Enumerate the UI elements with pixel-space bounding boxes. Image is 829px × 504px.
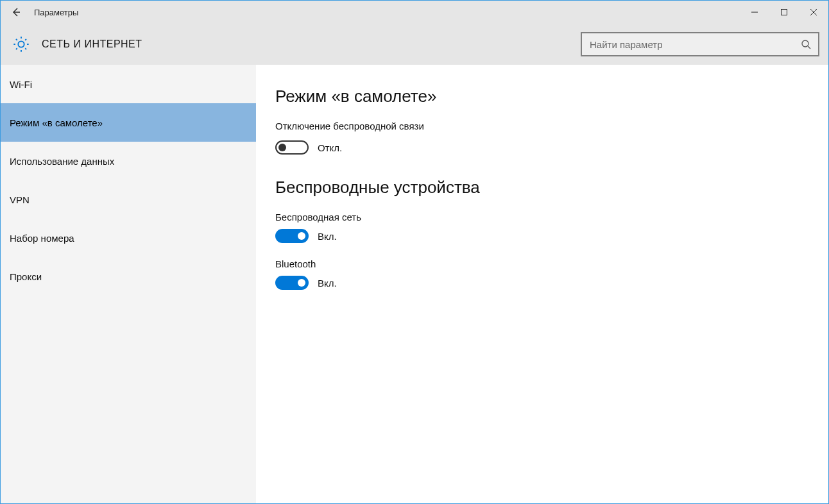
sidebar-item-airplane-mode[interactable]: Режим «в самолете» (1, 103, 256, 142)
airplane-toggle-row: Откл. (275, 140, 828, 155)
gear-icon (12, 35, 30, 53)
device-block-bluetooth: Bluetooth Вкл. (275, 258, 828, 290)
sidebar: Wi-Fi Режим «в самолете» Использование д… (1, 65, 256, 503)
wifi-toggle-row: Вкл. (275, 229, 828, 243)
sidebar-item-label: Набор номера (10, 233, 74, 244)
wifi-toggle[interactable] (275, 229, 309, 243)
section-title-wireless: Беспроводные устройства (275, 178, 828, 197)
sidebar-item-proxy[interactable]: Прокси (1, 257, 256, 296)
bluetooth-toggle-row: Вкл. (275, 276, 828, 290)
search-box[interactable] (581, 32, 819, 56)
sidebar-item-label: Использование данных (10, 156, 114, 167)
toggle-knob (298, 279, 305, 287)
arrow-left-icon (11, 7, 21, 17)
close-icon (810, 8, 817, 16)
wifi-toggle-label: Вкл. (318, 231, 337, 242)
bluetooth-toggle[interactable] (275, 276, 309, 290)
sidebar-item-label: Wi-Fi (10, 79, 32, 90)
minimize-icon (751, 8, 758, 16)
maximize-icon (780, 8, 788, 16)
section-title-airplane: Режим «в самолете» (275, 87, 828, 106)
sidebar-item-dialup[interactable]: Набор номера (1, 219, 256, 257)
svg-rect-1 (782, 10, 787, 15)
airplane-subtitle: Отключение беспроводной связи (275, 121, 828, 131)
sidebar-item-wifi[interactable]: Wi-Fi (1, 65, 256, 103)
sidebar-item-data-usage[interactable]: Использование данных (1, 142, 256, 180)
close-button[interactable] (799, 1, 828, 24)
maximize-button[interactable] (769, 1, 799, 24)
search-icon-wrap (794, 39, 818, 49)
sidebar-item-vpn[interactable]: VPN (1, 180, 256, 219)
device-name-wifi: Беспроводная сеть (275, 212, 828, 223)
header-band: СЕТЬ И ИНТЕРНЕТ (1, 24, 828, 65)
minimize-button[interactable] (740, 1, 769, 24)
sidebar-item-label: VPN (10, 194, 30, 205)
toggle-knob (298, 232, 305, 240)
window-controls (740, 1, 828, 24)
settings-gear-icon[interactable] (12, 35, 30, 53)
content-pane: Режим «в самолете» Отключение беспроводн… (256, 65, 828, 503)
airplane-mode-toggle[interactable] (275, 140, 309, 155)
airplane-toggle-label: Откл. (318, 142, 342, 153)
sidebar-item-label: Режим «в самолете» (10, 117, 103, 128)
search-input[interactable] (582, 33, 794, 55)
svg-point-4 (802, 40, 808, 47)
body: Wi-Fi Режим «в самолете» Использование д… (1, 65, 828, 503)
device-name-bluetooth: Bluetooth (275, 258, 828, 269)
page-heading: СЕТЬ И ИНТЕРНЕТ (42, 38, 142, 50)
sidebar-item-label: Прокси (10, 271, 42, 282)
search-icon (801, 39, 811, 49)
title-bar: Параметры (1, 1, 828, 24)
wireless-devices-section: Беспроводные устройства Беспроводная сет… (275, 178, 828, 290)
device-block-wifi: Беспроводная сеть Вкл. (275, 212, 828, 243)
bluetooth-toggle-label: Вкл. (318, 278, 337, 289)
svg-line-5 (808, 46, 810, 49)
back-button[interactable] (1, 1, 31, 24)
window-title: Параметры (34, 8, 78, 17)
toggle-knob (278, 144, 286, 151)
